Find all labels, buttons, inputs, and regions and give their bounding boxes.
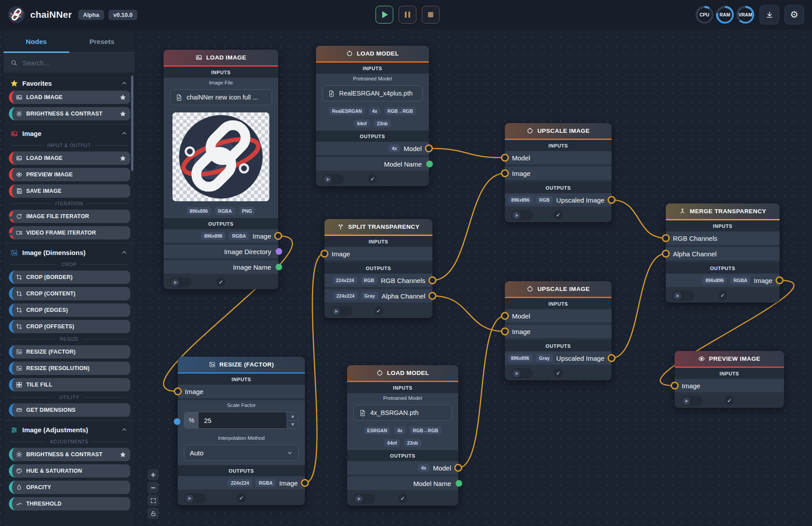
search-input[interactable]	[22, 59, 128, 67]
stepper[interactable]: ▲▼	[287, 412, 298, 428]
file-input[interactable]: RealESRGAN_x4plus.pth	[322, 85, 423, 101]
category-header[interactable]: Image (Dimensions)	[4, 245, 135, 260]
input-handle[interactable]	[501, 312, 509, 320]
output-handle[interactable]	[276, 264, 282, 271]
node-toggle[interactable]	[184, 493, 206, 503]
node-upscale-1[interactable]: UPSCALE IMAGEINPUTSModelImageOUTPUTS896x…	[505, 123, 612, 222]
input-handle[interactable]	[671, 382, 679, 390]
node-load-model-1[interactable]: LOAD MODELINPUTSPretrained ModelRealESRG…	[316, 46, 429, 186]
sidebar-item-image-file-iterator[interactable]: IMAGE FILE ITERATOR	[9, 210, 130, 223]
node-merge-transparency[interactable]: MERGE TRANSPARENCYINPUTSRGB ChannelsAlph…	[666, 203, 780, 303]
input-handle[interactable]	[501, 327, 509, 335]
node-toggle[interactable]	[322, 174, 344, 184]
node-header[interactable]: LOAD IMAGE	[164, 50, 278, 67]
node-header[interactable]: PREVIEW IMAGE	[675, 351, 784, 368]
category-header[interactable]: Favorites	[4, 76, 135, 91]
favorite-star-icon[interactable]	[120, 452, 126, 458]
tab-presets[interactable]: Presets	[69, 31, 135, 52]
sidebar-item-preview-image[interactable]: PREVIEW IMAGE	[9, 168, 130, 181]
output-handle[interactable]	[274, 232, 282, 240]
node-toggle[interactable]	[511, 368, 533, 379]
node-header[interactable]: MERGE TRANSPARENCY	[666, 203, 780, 220]
node-header[interactable]: LOAD MODEL	[347, 365, 458, 382]
output-handle[interactable]	[608, 196, 616, 204]
dropdown[interactable]: Auto	[184, 445, 299, 461]
zoom-in-button[interactable]: +	[148, 469, 159, 480]
output-handle[interactable]	[426, 161, 433, 167]
star-icon	[11, 80, 18, 87]
favorite-star-icon[interactable]	[120, 111, 126, 117]
input-handle[interactable]	[501, 169, 509, 177]
sidebar-item-hue-saturation[interactable]: HUE & SATURATION	[9, 464, 130, 478]
sidebar-item-resize-resolution-[interactable]: RESIZE (RESOLUTION)	[9, 362, 130, 375]
node-toggle[interactable]	[170, 277, 192, 287]
step-down-icon[interactable]: ▼	[287, 421, 298, 429]
input-handle[interactable]	[174, 387, 182, 395]
category-header[interactable]: Image (Adjustments)	[4, 422, 135, 437]
lock-button[interactable]	[148, 508, 159, 519]
node-header[interactable]: UPSCALE IMAGE	[505, 123, 612, 140]
favorite-star-icon[interactable]	[120, 95, 126, 100]
input-handle[interactable]	[662, 250, 670, 258]
sidebar-item-crop-offsets-[interactable]: CROP (OFFSETS)	[9, 320, 130, 333]
node-header[interactable]: UPSCALE IMAGE	[505, 281, 612, 298]
sidebar-item-load-image[interactable]: LOAD IMAGE	[9, 151, 130, 165]
sidebar-item-tile-fill[interactable]: TILE FILL	[9, 378, 130, 391]
sidebar-item-resize-factor-[interactable]: RESIZE (FACTOR)	[9, 345, 130, 359]
sidebar-item-brightness-contrast[interactable]: BRIGHTNESS & CONTRAST	[9, 448, 130, 461]
sidebar-scrollbar[interactable]	[131, 76, 133, 171]
node-toggle[interactable]	[353, 494, 375, 504]
run-button[interactable]	[375, 6, 393, 24]
favorite-star-icon[interactable]	[120, 155, 126, 161]
sidebar-item-save-image[interactable]: SAVE IMAGE	[9, 184, 130, 198]
sidebar-item-video-frame-iterator[interactable]: VIDEO FRAME ITERATOR	[9, 226, 130, 239]
zoom-out-button[interactable]: −	[148, 482, 159, 493]
node-header[interactable]: SPLIT TRANSPARENCY	[324, 219, 432, 236]
input-handle[interactable]	[320, 250, 328, 258]
sidebar-item-crop-border-[interactable]: CROP (BORDER)	[9, 271, 130, 284]
output-handle[interactable]	[425, 144, 433, 152]
node-resize-factor[interactable]: RESIZE (FACTOR)INPUTSImageScale Factor% …	[178, 357, 305, 505]
output-handle[interactable]	[456, 480, 462, 487]
output-handle[interactable]	[428, 292, 436, 300]
node-header[interactable]: LOAD MODEL	[316, 46, 429, 63]
sidebar-item-crop-edges-[interactable]: CROP (EDGES)	[9, 303, 130, 317]
node-load-image[interactable]: LOAD IMAGEINPUTSImage FilechaiNNer new i…	[164, 50, 278, 289]
sidebar-item-get-dimensions[interactable]: GET DIMENSIONS	[9, 403, 130, 417]
output-handle[interactable]	[276, 248, 282, 255]
node-toggle[interactable]	[681, 396, 703, 406]
sidebar-item-brightness-contrast[interactable]: BRIGHTNESS & CONTRAST	[9, 107, 130, 120]
fit-view-button[interactable]	[148, 495, 159, 506]
sidebar-item-opacity[interactable]: OPACITY	[9, 481, 130, 494]
pause-button[interactable]	[398, 6, 416, 24]
number-value[interactable]: 25	[199, 412, 287, 428]
input-handle[interactable]	[174, 418, 180, 425]
tab-nodes[interactable]: Nodes	[4, 31, 69, 52]
output-handle[interactable]	[608, 354, 616, 362]
input-handle[interactable]	[662, 234, 670, 242]
file-input[interactable]: chaiNNer new icon full ...	[170, 89, 272, 105]
number-input[interactable]: % 25 ▲▼	[184, 412, 299, 429]
node-load-model-2[interactable]: LOAD MODELINPUTSPretrained Model4x_BSRGA…	[347, 365, 458, 506]
settings-button[interactable]: ⚙	[784, 5, 804, 24]
output-handle[interactable]	[454, 464, 462, 472]
output-handle[interactable]	[301, 479, 309, 487]
node-toggle[interactable]	[672, 291, 694, 301]
node-split-transparency[interactable]: SPLIT TRANSPARENCYINPUTSImageOUTPUTS224x…	[324, 219, 432, 318]
output-handle[interactable]	[776, 276, 784, 284]
node-preview-image[interactable]: PREVIEW IMAGEINPUTSImage ✓	[675, 351, 784, 408]
node-toggle[interactable]	[331, 306, 352, 316]
node-header[interactable]: RESIZE (FACTOR)	[178, 357, 305, 374]
category-header[interactable]: Image	[4, 126, 135, 141]
node-upscale-2[interactable]: UPSCALE IMAGEINPUTSModelImageOUTPUTS896x…	[505, 281, 612, 380]
sidebar-item-threshold[interactable]: THRESHOLD	[9, 497, 130, 510]
node-toggle[interactable]	[511, 210, 533, 220]
step-up-icon[interactable]: ▲	[287, 412, 298, 421]
output-handle[interactable]	[428, 276, 436, 284]
sidebar-item-load-image[interactable]: LOAD IMAGE	[9, 91, 130, 104]
input-handle[interactable]	[501, 154, 509, 162]
stop-button[interactable]	[421, 6, 439, 24]
file-input[interactable]: 4x_BSRGAN.pth	[353, 405, 452, 421]
download-button[interactable]	[760, 5, 779, 24]
sidebar-item-crop-content-[interactable]: CROP (CONTENT)	[9, 287, 130, 300]
